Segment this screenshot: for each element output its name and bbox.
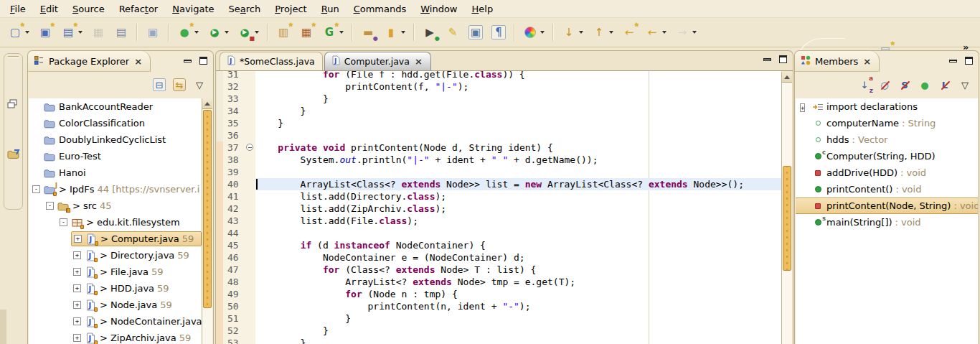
quickdiff-margin[interactable] — [217, 105, 223, 117]
quickdiff-margin[interactable] — [217, 215, 223, 227]
code-line-51[interactable]: 51 } — [217, 312, 781, 325]
tree-item-ziparchiv-java[interactable]: +J>ZipArchiv.java59 — [29, 330, 202, 344]
quickdiff-margin[interactable] — [217, 288, 223, 300]
code-line-40[interactable]: 40 ArrayList<Class<? extends Node>> list… — [217, 178, 781, 190]
code-line-52[interactable]: 52 } — [217, 325, 781, 337]
code-line-31[interactable]: 31 for (File f : hdd.get(File.class)) { — [217, 71, 781, 80]
forward-icon-dropdown[interactable]: → — [675, 25, 697, 39]
quickdiff-margin[interactable] — [217, 178, 223, 190]
code-line-35[interactable]: 35 } — [217, 117, 781, 129]
scroll-up-icon[interactable] — [202, 98, 212, 109]
tree-item-hanoi[interactable]: Hanoi — [29, 164, 202, 181]
menu-commands[interactable]: Commands — [347, 1, 414, 17]
tree-expander-icon[interactable]: + — [73, 268, 81, 276]
tree-expander-icon[interactable]: - — [60, 218, 67, 226]
tree-item-file-java[interactable]: +J>File.java59 — [29, 264, 202, 280]
compare-pages-icon[interactable]: ▣ — [146, 25, 160, 39]
quickdiff-margin[interactable] — [217, 276, 223, 288]
tab-members[interactable]: Members × — [795, 51, 880, 72]
quickdiff-margin[interactable] — [217, 190, 223, 203]
tree-expander-icon[interactable]: + — [73, 317, 81, 325]
tree-expander-icon[interactable]: - — [46, 202, 54, 210]
forward-icon[interactable]: → — [675, 25, 689, 39]
new-java-project-icon[interactable]: ▣★ — [38, 25, 52, 39]
quickdiff-margin[interactable] — [217, 227, 223, 239]
hide-static-members-icon[interactable]: S — [898, 78, 911, 91]
new-view-icon-dropdown[interactable]: ▤★ — [61, 25, 83, 39]
close-icon[interactable]: × — [414, 56, 423, 67]
maximize-icon[interactable] — [965, 57, 973, 65]
restore-fast-view-icon[interactable] — [7, 98, 20, 110]
search-icon-dropdown[interactable]: ▮ — [384, 25, 405, 39]
quickdiff-margin[interactable] — [217, 93, 223, 105]
back-icon[interactable]: ← — [645, 25, 659, 39]
open-type-icon[interactable]: ▬● — [361, 25, 375, 39]
quickdiff-margin[interactable] — [217, 251, 223, 264]
package-explorer-scrollbar[interactable] — [202, 98, 212, 344]
tree-expander-icon[interactable]: + — [800, 103, 805, 112]
tree-expander-icon[interactable]: - — [32, 185, 40, 193]
external-tools-icon[interactable]: ●▶■ — [237, 25, 252, 39]
quickdiff-margin[interactable] — [217, 203, 223, 215]
tree-item-hdd-java[interactable]: +J>HDD.java59 — [29, 280, 202, 297]
quickdiff-margin[interactable] — [217, 117, 223, 129]
menu-navigate[interactable]: Navigate — [165, 1, 221, 17]
code-line-39[interactable]: 39 — [217, 166, 781, 178]
quickdiff-margin[interactable] — [217, 71, 223, 80]
code-line-32[interactable]: 32 printContent(f, "|-"); — [217, 80, 781, 93]
new-groovy-icon[interactable]: G★ — [322, 25, 336, 39]
previous-annotation-icon-dropdown[interactable]: ↑ — [592, 25, 613, 39]
code-line-49[interactable]: 49 for (Node n : tmp) { — [217, 288, 781, 300]
menu-window[interactable]: Window — [413, 1, 464, 17]
editor-scrollbar[interactable] — [781, 72, 792, 344]
tree-item-computer-java[interactable]: +J>Computer.java59 — [29, 231, 202, 247]
last-edit-location-icon[interactable]: ←★ — [622, 25, 636, 39]
member-item-main-string[interactable]: smain(String[]) : void — [796, 214, 978, 231]
back-icon-dropdown[interactable]: ← — [645, 25, 666, 39]
code-line-48[interactable]: 48 ArrayList<? extends Node> tmp = e.get… — [217, 276, 781, 288]
quickdiff-margin[interactable] — [217, 325, 223, 337]
next-annotation-icon[interactable]: ↓ — [562, 25, 576, 39]
next-annotation-icon-dropdown[interactable]: ↓ — [562, 25, 583, 39]
quickdiff-margin[interactable] — [217, 166, 223, 178]
code-line-38[interactable]: 38 System.out.println("|-" + ident + " "… — [217, 154, 781, 166]
java-package-fast-view-icon[interactable] — [7, 149, 20, 160]
minimize-icon[interactable] — [184, 60, 192, 62]
quickdiff-margin[interactable] — [217, 239, 223, 251]
tree-item-bankaccountreader[interactable]: BankAccountReader — [29, 98, 202, 115]
code-line-53[interactable]: 53 } — [217, 337, 781, 344]
tree-item-nodecontainer-java[interactable]: +J>NodeContainer.java59 — [29, 313, 202, 330]
external-tools-icon-dropdown[interactable]: ●▶■ — [237, 25, 259, 39]
code-line-45[interactable]: 45 if (d instanceof NodeContainer) { — [217, 239, 781, 251]
code-line-36[interactable]: 36 — [217, 129, 781, 141]
collapse-all-icon[interactable]: ⊟ — [153, 78, 166, 91]
maximize-icon[interactable] — [199, 57, 207, 65]
view-menu-icon[interactable]: ▽ — [193, 78, 206, 91]
run-icon[interactable]: ●▶ — [207, 25, 222, 39]
quickdiff-margin[interactable] — [217, 264, 223, 276]
minimize-icon[interactable] — [763, 58, 771, 61]
sort-icon[interactable]: ↓az — [858, 78, 871, 91]
run-last-tool-icon[interactable]: ▶● — [423, 25, 437, 39]
menu-file[interactable]: File — [3, 1, 33, 17]
menu-source[interactable]: Source — [65, 1, 112, 17]
tree-item-src[interactable]: ->src45 — [29, 197, 202, 214]
new-wizard-icon-dropdown[interactable]: ▢★ — [8, 25, 29, 39]
menu-project[interactable]: Project — [268, 1, 314, 17]
fold-collapse-icon[interactable] — [246, 144, 253, 151]
member-item-adddrive-hdd[interactable]: addDrive(HDD) : void — [796, 164, 978, 181]
menu-help[interactable]: Help — [465, 1, 501, 17]
quickdiff-margin[interactable] — [217, 300, 223, 312]
tree-item-doublylinkedcycliclist[interactable]: DoublyLinkedCyclicList — [29, 131, 202, 148]
menu-search[interactable]: Search — [222, 1, 268, 17]
run-icon-dropdown[interactable]: ●▶ — [207, 25, 229, 39]
tree-item-edu-kit-filesystem[interactable]: ->edu.kit.filesystem — [29, 214, 202, 231]
scroll-up-icon[interactable] — [782, 72, 792, 83]
mark-occurrences-icon[interactable]: ✎ — [446, 25, 460, 39]
color-palette-icon-dropdown[interactable] — [523, 25, 545, 39]
show-whitespace-icon[interactable]: ¶ — [491, 25, 506, 39]
new-class-icon[interactable]: ▦★ — [299, 25, 314, 39]
member-item-hdds[interactable]: hdds : Vector — [796, 131, 978, 148]
quickdiff-margin[interactable] — [217, 80, 223, 93]
member-item-import-declarations[interactable]: +import declarations — [796, 98, 978, 115]
